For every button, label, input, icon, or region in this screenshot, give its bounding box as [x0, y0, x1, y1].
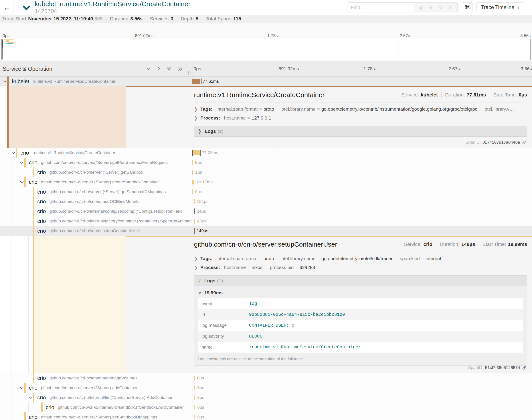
span-name-cell[interactable]: crio github.com/cri-o/cri-o/internal/fac…: [0, 216, 192, 226]
span-name-cell[interactable]: crio github.com/cri-o/cri-o/server.(*Ser…: [0, 158, 192, 167]
expand-one-icon[interactable]: [157, 66, 161, 71]
collapse-one-icon[interactable]: [146, 67, 151, 71]
back-button[interactable]: ←: [0, 0, 14, 15]
collapse-chevron-icon[interactable]: [28, 396, 32, 399]
span-name-cell[interactable]: crio github.com/cri-o/cri-o/server.(*Ser…: [0, 412, 192, 420]
span-timeline-cell[interactable]: 6μs: [192, 383, 532, 393]
span-row[interactable]: crio github.com/cri-o/cri-o/server.(*Ser…: [0, 383, 532, 393]
tags-row[interactable]: ❯ Tags: internal.span.format=protootel.l…: [194, 254, 527, 263]
process-row[interactable]: ❯ Process: host.name=127.0.0.1: [194, 114, 527, 122]
span-timeline-cell[interactable]: 0μs: [192, 187, 532, 197]
span-row[interactable]: crio github.com/cri-o/cri-o/server.(*Ser…: [0, 412, 532, 420]
tag-item[interactable]: otel.library.name=go.opentelemetry.io/ot…: [278, 256, 393, 261]
span-row[interactable]: crio github.com/cri-o/cri-o/internal/lib…: [0, 403, 532, 412]
tag-item[interactable]: internal.span.format=proto: [216, 256, 274, 261]
process-row[interactable]: ❯ Process: host.name=nixosprocess.pid=62…: [194, 263, 527, 272]
tag-item[interactable]: internal.span.format=proto: [216, 106, 274, 112]
span-name-cell[interactable]: crio github.com/cri-o/cri-o/server.addOC…: [0, 197, 192, 207]
span-name-cell[interactable]: crio github.com/cri-o/cri-o/internal/con…: [0, 207, 192, 216]
tag-item[interactable]: otel.library.v…: [481, 106, 514, 112]
span-row[interactable]: crio github.com/cri-o/cri-o/server.(*Ser…: [0, 167, 532, 177]
span-row[interactable]: crio github.com/cri-o/cri-o/server.(*Ser…: [0, 177, 532, 187]
expand-all-icon[interactable]: [178, 66, 183, 71]
span-row[interactable]: crio github.com/cri-o/cri-o/server.addOC…: [0, 197, 532, 207]
span-name-cell[interactable]: crio github.com/cri-o/cri-o/server.(*Ser…: [0, 187, 192, 197]
collapse-chevron-icon[interactable]: [3, 80, 7, 83]
span-row[interactable]: crio github.com/cri-o/cri-o/internal/con…: [0, 207, 532, 216]
collapse-chevron-icon[interactable]: [20, 387, 24, 390]
span-row[interactable]: crio github.com/cri-o/cri-o/server.addIm…: [0, 373, 532, 383]
collapse-chevron-icon[interactable]: [20, 181, 24, 184]
span-row[interactable]: crio github.com/cri-o/cri-o/internal/fac…: [0, 216, 532, 226]
trace-title-link[interactable]: kubelet: runtime.v1.RuntimeService/Creat…: [35, 0, 190, 8]
log-field-row[interactable]: id92b82381-025c-4a64-815c-ba2e1bb08100: [198, 309, 523, 320]
span-timeline-cell[interactable]: 3μs: [192, 393, 532, 403]
copy-link-icon[interactable]: [522, 365, 527, 370]
span-name-cell[interactable]: crio github.com/cri-o/cri-o/server.(*Ser…: [0, 383, 192, 393]
span-name-cell[interactable]: crio github.com/cri-o/cri-o/internal/lib…: [0, 393, 192, 403]
log-field-row[interactable]: name/runtime.v1.RuntimeService/CreateCon…: [198, 342, 523, 353]
tag-item[interactable]: otel.library.name=go.opentelemetry.io/co…: [278, 106, 477, 112]
prev-result-icon[interactable]: ∧: [426, 4, 436, 11]
span-name-cell[interactable]: crio runtime.v1.RuntimeService/CreateCon…: [0, 148, 192, 158]
collapse-chevron-icon[interactable]: [11, 152, 15, 154]
tag-item[interactable]: process.pid=624283: [266, 265, 315, 270]
span-row[interactable]: kubelet runtime.v1.RuntimeService/Create…: [0, 76, 532, 86]
viewport-drag-handle[interactable]: [2, 40, 3, 47]
log-field-row[interactable]: eventlog: [198, 298, 523, 309]
span-timeline-cell[interactable]: 77.61ms: [192, 76, 532, 86]
span-duration-bar[interactable]: [194, 199, 195, 204]
next-result-icon[interactable]: ∨: [436, 4, 445, 11]
span-name-cell[interactable]: crio github.com/cri-o/cri-o/server.(*Ser…: [0, 167, 192, 177]
log-field-row[interactable]: log.severityDEBUG: [198, 331, 523, 342]
log-field-row[interactable]: log.messageCONTAINER USER: 0: [198, 320, 523, 331]
span-duration-bar[interactable]: [192, 160, 193, 165]
span-duration-bar[interactable]: [192, 189, 193, 194]
span-timeline-cell[interactable]: 0μs: [192, 373, 532, 383]
span-duration-bar[interactable]: [194, 405, 195, 410]
span-duration-bar[interactable]: [194, 415, 195, 420]
span-timeline-cell[interactable]: 20.17ms: [192, 177, 532, 187]
column-resizer-handle[interactable]: [188, 71, 190, 75]
span-timeline-cell[interactable]: 1μs: [192, 167, 532, 177]
span-row[interactable]: crio github.com/cri-o/cri-o/server.(*Ser…: [0, 158, 532, 167]
span-timeline-cell[interactable]: 149μs: [192, 226, 532, 236]
clear-search-icon[interactable]: ×: [445, 4, 455, 11]
logs-toggle[interactable]: ∨ Logs (1): [194, 275, 527, 286]
span-name-cell[interactable]: kubelet runtime.v1.RuntimeService/Create…: [0, 76, 192, 86]
span-timeline-cell[interactable]: 43μs: [192, 216, 532, 226]
collapse-trace-chevron-icon[interactable]: [22, 5, 31, 11]
tags-row[interactable]: ❯ Tags: internal.span.format=protootel.l…: [194, 105, 527, 114]
collapse-all-icon[interactable]: [166, 66, 172, 71]
span-name-cell[interactable]: crio github.com/cri-o/cri-o/server.(*Ser…: [0, 177, 192, 187]
span-timeline-cell[interactable]: 77.08ms: [192, 148, 532, 158]
locate-icon[interactable]: ◎: [416, 4, 426, 11]
span-duration-bar[interactable]: [194, 395, 195, 400]
span-row[interactable]: crio github.com/cri-o/cri-o/server.setup…: [0, 226, 532, 236]
collapse-chevron-icon[interactable]: [20, 162, 24, 164]
span-duration-bar[interactable]: [192, 180, 194, 184]
span-timeline-cell[interactable]: 24μs: [192, 207, 532, 216]
log-entry-toggle[interactable]: ∨19.99ms: [198, 290, 523, 295]
span-duration-bar[interactable]: [192, 79, 200, 84]
span-row[interactable]: crio github.com/cri-o/cri-o/internal/lib…: [0, 393, 532, 403]
span-row[interactable]: crio github.com/cri-o/cri-o/server.(*Ser…: [0, 187, 532, 197]
span-name-cell[interactable]: crio github.com/cri-o/cri-o/internal/lib…: [0, 403, 192, 412]
tag-item[interactable]: span.kind=internal: [396, 256, 441, 261]
minimap-canvas[interactable]: [1, 39, 531, 60]
span-duration-bar[interactable]: [194, 219, 195, 224]
span-timeline-cell[interactable]: 8μs: [192, 158, 532, 167]
keyboard-shortcuts-button[interactable]: ⌘: [462, 2, 473, 13]
span-timeline-cell[interactable]: 0μs: [192, 403, 532, 412]
tag-item[interactable]: host.name=127.0.0.1: [224, 115, 271, 121]
span-duration-bar[interactable]: [192, 150, 200, 155]
span-timeline-cell[interactable]: 0μs: [192, 412, 532, 420]
span-duration-bar[interactable]: [194, 376, 195, 380]
find-input[interactable]: [347, 3, 414, 12]
span-name-cell[interactable]: crio github.com/cri-o/cri-o/server.setup…: [0, 226, 192, 236]
span-duration-bar[interactable]: [192, 170, 193, 175]
span-duration-bar[interactable]: [194, 385, 195, 390]
logs-toggle[interactable]: ❯ Logs (2): [194, 126, 527, 137]
tag-item[interactable]: host.name=nixos: [224, 265, 262, 270]
span-row[interactable]: crio runtime.v1.RuntimeService/CreateCon…: [0, 148, 532, 158]
